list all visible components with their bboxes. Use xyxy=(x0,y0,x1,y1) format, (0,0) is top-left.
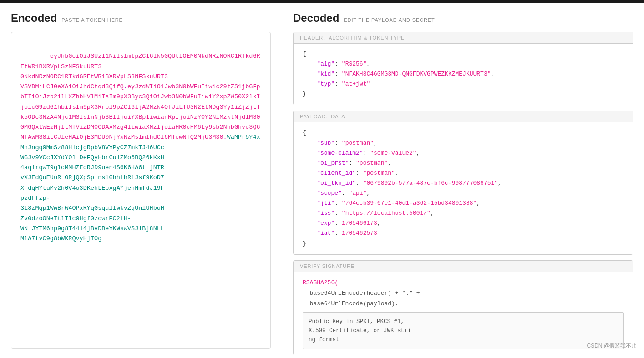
watermark: CSDN @假装我不帅 xyxy=(587,342,637,350)
encoded-dot2: . xyxy=(223,134,227,141)
encoded-dot1: . xyxy=(124,83,127,90)
main-container: Encoded PASTE A TOKEN HERE eyJhbGciOiJSU… xyxy=(0,3,644,358)
public-key-line3: ng format xyxy=(309,337,340,343)
decoded-title-area: Decoded EDIT THE PAYLOAD AND SECRET xyxy=(293,12,633,25)
verify-fn: RSASHA256( xyxy=(303,279,338,286)
verify-line2: base64UrlEncode(payload), xyxy=(310,300,399,307)
header-section: HEADER: ALGORITHM & TOKEN TYPE { "alg": … xyxy=(293,32,633,105)
encoded-title-area: Encoded PASTE A TOKEN HERE xyxy=(11,12,271,25)
payload-section-body[interactable]: { "sub": "postman", "some-claim2": "some… xyxy=(294,122,633,254)
verify-section: VERIFY SIGNATURE RSASHA256( base64UrlEnc… xyxy=(293,260,633,355)
verify-section-body[interactable]: RSASHA256( base64UrlEncode(header) + "."… xyxy=(294,272,633,355)
encoded-subtitle: PASTE A TOKEN HERE xyxy=(61,17,122,23)
payload-section-label: PAYLOAD: DATA xyxy=(294,111,633,122)
encoded-textarea[interactable]: eyJhbGciOiJSUzI1NiIsImtpZCI6Ik5GQUtIOEM0… xyxy=(11,32,271,349)
verify-line1: base64UrlEncode(header) + "." + xyxy=(310,290,420,297)
header-section-label: HEADER: ALGORITHM & TOKEN TYPE xyxy=(294,32,633,44)
encoded-part2: WaMPr5Y4xMnJngq9MmSz88HicjgRpbV8VYPyCZ7m… xyxy=(20,134,260,242)
public-key-line1: Public Key in SPKI, PKCS #1, xyxy=(309,318,404,325)
public-key-input[interactable]: Public Key in SPKI, PKCS #1, X.509 Certi… xyxy=(303,312,624,349)
verify-section-label: VERIFY SIGNATURE xyxy=(294,261,633,272)
header-section-body[interactable]: { "alg": "RS256", "kid": "NFAKH8C46GMG3M… xyxy=(294,44,633,105)
decoded-title: Decoded xyxy=(293,12,339,25)
public-key-line2: X.509 Certificate, or JWK stri xyxy=(309,328,411,334)
right-panel: Decoded EDIT THE PAYLOAD AND SECRET HEAD… xyxy=(282,3,644,358)
encoded-part1b: eyJzdWIiOiJwb3N0bWFuIiwic29tZS1jbGFpbTIi… xyxy=(20,83,260,141)
decoded-subtitle: EDIT THE PAYLOAD AND SECRET xyxy=(344,17,435,23)
left-panel: Encoded PASTE A TOKEN HERE eyJhbGciOiJSU… xyxy=(0,3,282,358)
encoded-content: eyJhbGciOiJSUzI1NiIsImtpZCI6Ik5GQUtIOEM0… xyxy=(20,41,261,254)
encoded-title: Encoded xyxy=(11,12,57,25)
payload-section: PAYLOAD: DATA { "sub": "postman", "some-… xyxy=(293,111,633,254)
